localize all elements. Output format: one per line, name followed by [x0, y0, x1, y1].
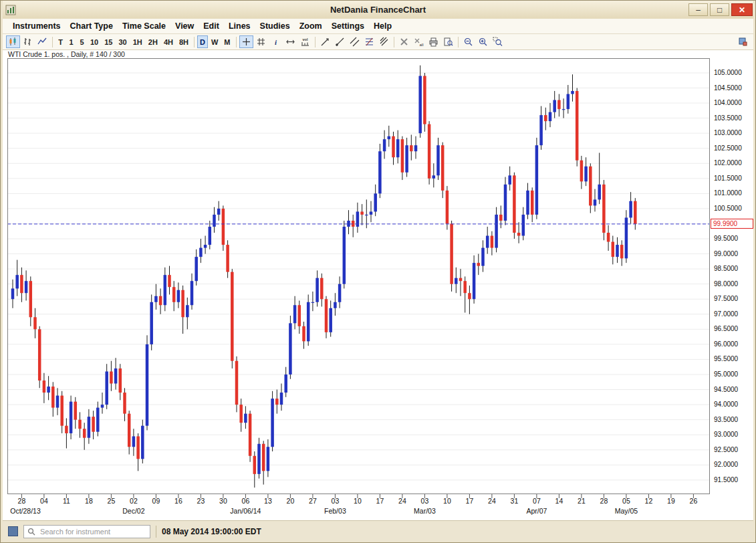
time-axis-day-label: 24	[394, 497, 410, 505]
time-axis-day-label: 17	[372, 497, 388, 505]
menu-item-zoom[interactable]: Zoom	[295, 20, 327, 32]
time-axis-month-label: Feb/03	[313, 507, 356, 515]
timeframe-15-button[interactable]: 15	[102, 35, 115, 48]
time-axis-day-label: 28	[596, 497, 612, 505]
period-d-button[interactable]: D	[197, 35, 208, 48]
menu-item-time-scale[interactable]: Time Scale	[118, 20, 170, 32]
maximize-button[interactable]: □	[710, 3, 729, 16]
price-axis-label: 105.0000	[714, 69, 742, 76]
menu-item-instruments[interactable]: Instruments	[8, 20, 66, 32]
fibonacci-button[interactable]	[362, 35, 376, 48]
period-m-button[interactable]: M	[221, 35, 233, 48]
fibonacci-icon	[364, 37, 374, 47]
title-bar: NetDania FinanceChart – □ ✕	[3, 1, 753, 19]
search-icon	[27, 528, 35, 536]
timeframe-5-button[interactable]: 5	[77, 35, 87, 48]
price-axis-label: 92.0000	[714, 461, 738, 468]
bar-type-button[interactable]	[21, 35, 35, 48]
price-axis-label: 94.0000	[714, 401, 738, 408]
menu-item-help[interactable]: Help	[369, 20, 396, 32]
zoom-in-icon	[478, 37, 488, 47]
add-panel-icon	[738, 37, 748, 47]
crosshair-icon	[241, 37, 251, 47]
menu-item-studies[interactable]: Studies	[255, 20, 295, 32]
search-input[interactable]	[39, 527, 146, 536]
candlestick-plot-svg	[7, 58, 710, 500]
window-title: NetDania FinanceChart	[3, 5, 753, 15]
trendline-button[interactable]	[318, 35, 332, 48]
print-preview-icon	[443, 37, 453, 47]
toolbar-separator	[52, 37, 53, 47]
instrument-label: WTI Crude 1. pos. , Daily, # 140 / 300	[8, 50, 125, 58]
price-axis[interactable]: 105.0000104.5000104.0000103.5000103.0000…	[710, 58, 753, 494]
time-axis-day-label: 20	[282, 497, 298, 505]
timeframe-10-button[interactable]: 10	[88, 35, 101, 48]
time-axis-day-label: 04	[36, 497, 52, 505]
price-axis-label: 94.5000	[714, 386, 738, 393]
toolbar-separator	[458, 37, 459, 47]
time-axis-day-label: 30	[215, 497, 231, 505]
svg-text:all: all	[419, 43, 423, 47]
ray-line-icon	[335, 37, 345, 47]
time-axis-day-label: 10	[439, 497, 455, 505]
price-axis-label: 102.0000	[714, 159, 742, 167]
timeframe-t-button[interactable]: T	[55, 35, 66, 48]
delete-all-lines-button[interactable]: all	[412, 35, 426, 48]
price-axis-label: 99.0000	[714, 250, 738, 257]
parallel-lines-button[interactable]	[377, 35, 391, 48]
info-button[interactable]: i	[269, 35, 283, 48]
timeframe-2h-button[interactable]: 2H	[146, 35, 160, 48]
period-w-button[interactable]: W	[209, 35, 221, 48]
crosshair-button[interactable]	[239, 35, 253, 48]
app-icon	[5, 5, 16, 15]
timeframe-8h-button[interactable]: 8H	[176, 35, 191, 48]
minimize-button[interactable]: –	[688, 3, 708, 16]
time-axis-day-label: 17	[461, 497, 477, 505]
svg-text:i: i	[274, 38, 277, 46]
menu-bar: InstrumentsChart TypeTime ScaleViewEditL…	[3, 19, 753, 34]
menu-item-settings[interactable]: Settings	[327, 20, 369, 32]
time-axis-day-label: 05	[618, 497, 634, 505]
grid-button[interactable]	[254, 35, 268, 48]
toolbar: T151015301H2H4H8H DWM i vol	[3, 34, 753, 50]
window-controls: – □ ✕	[688, 3, 753, 16]
close-button[interactable]: ✕	[731, 3, 753, 16]
horizontal-arrows-icon	[285, 37, 295, 47]
candlestick-type-button[interactable]	[6, 35, 20, 48]
delete-line-button[interactable]	[397, 35, 411, 48]
channel-button[interactable]	[348, 35, 362, 48]
ray-line-button[interactable]	[333, 35, 347, 48]
timeframe-group: T151015301H2H4H8H	[55, 35, 191, 48]
print-preview-button[interactable]	[441, 35, 455, 48]
add-panel-button[interactable]	[736, 35, 750, 48]
price-axis-label: 96.0000	[714, 340, 738, 348]
print-button[interactable]	[426, 35, 440, 48]
time-axis-day-label: 19	[663, 497, 679, 505]
time-axis-day-label: 11	[58, 497, 74, 505]
menu-item-view[interactable]: View	[170, 20, 199, 32]
time-axis-day-label: 07	[529, 497, 545, 505]
timeframe-4h-button[interactable]: 4H	[161, 35, 176, 48]
timeframe-1-button[interactable]: 1	[66, 35, 76, 48]
info-icon: i	[271, 37, 281, 47]
chart-plot[interactable]	[7, 58, 710, 500]
menu-item-edit[interactable]: Edit	[199, 20, 224, 32]
price-axis-label: 97.0000	[714, 310, 738, 318]
price-axis-label: 95.5000	[714, 355, 738, 362]
timeframe-1h-button[interactable]: 1H	[130, 35, 145, 48]
zoom-out-button[interactable]	[461, 35, 475, 48]
time-axis-day-label: 06	[237, 497, 253, 505]
zoom-in-button[interactable]	[476, 35, 490, 48]
zoom-selection-button[interactable]	[491, 35, 505, 48]
menu-item-lines[interactable]: Lines	[224, 20, 255, 32]
time-axis-day-label: 09	[148, 497, 164, 505]
search-box	[23, 525, 150, 538]
menu-item-chart-type[interactable]: Chart Type	[66, 20, 118, 32]
volume-button[interactable]: vol	[298, 35, 312, 48]
line-type-button[interactable]	[35, 35, 49, 48]
grid-icon	[256, 37, 266, 47]
timeframe-30-button[interactable]: 30	[116, 35, 130, 48]
time-axis-month-label: Apr/07	[515, 507, 558, 515]
scroll-horizontal-button[interactable]	[283, 35, 297, 48]
time-axis-day-label: 18	[81, 497, 97, 505]
